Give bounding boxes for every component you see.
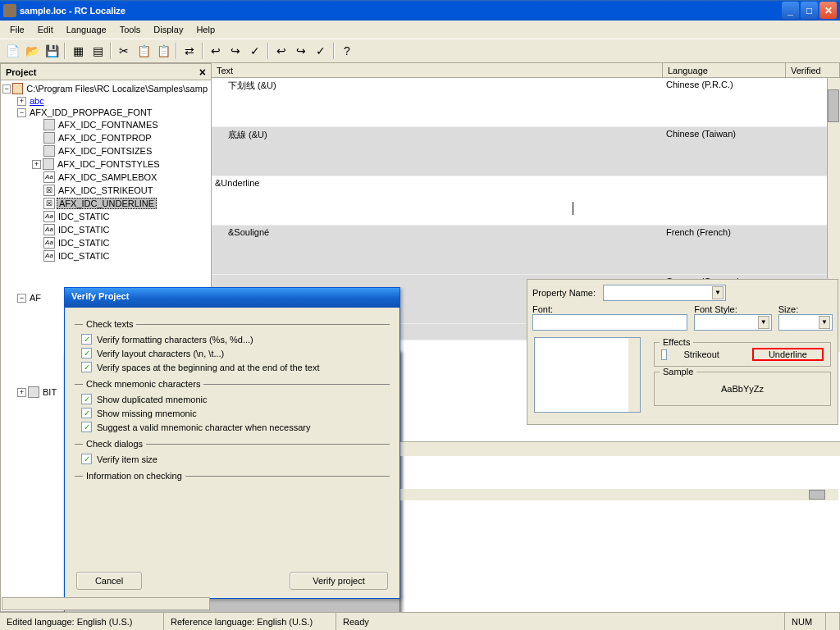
resource-icon[interactable]: ▦ [69, 42, 87, 60]
size-combo[interactable]: ▼ [778, 314, 833, 331]
checkbox-itemsize[interactable]: ✓ [81, 454, 92, 464]
tree-item[interactable]: IDC_STATIC [57, 251, 112, 261]
menu-language[interactable]: Language [60, 23, 113, 36]
label-formatting: Verify formatting characters (%s, %d...) [97, 335, 253, 345]
toolbar: 📄 📂 💾 ▦ ▤ ✂ 📋 📋 ⇄ ↩ ↪ ✓ ↩ ↪ ✓ ? [0, 39, 840, 63]
copy-icon[interactable]: 📋 [135, 42, 153, 60]
strikeout-label: Strikeout [683, 349, 719, 359]
scroll-thumb[interactable] [809, 490, 825, 500]
tree-item-selected[interactable]: AFX_IDC_UNDERLINE [57, 198, 157, 209]
tree-item[interactable]: AFX_IDC_STRIKEOUT [57, 185, 155, 195]
status-num: NUM [785, 613, 826, 630]
header-language[interactable]: Language [663, 63, 786, 77]
save-icon[interactable]: 💾 [43, 42, 61, 60]
nav-prev-icon[interactable]: ↩ [207, 42, 225, 60]
tree-proppage[interactable]: AFX_IDD_PROPPAGE_FONT [28, 107, 154, 117]
tree-abc[interactable]: abc [28, 96, 46, 106]
nav-prev2-icon[interactable]: ↩ [272, 42, 290, 60]
property-panel: Property Name: ▼ Font: Font Style: ▼ Siz… [527, 279, 838, 425]
status-grip [826, 613, 840, 630]
project-hscroll[interactable] [2, 597, 210, 610]
maximize-button[interactable]: □ [801, 2, 818, 19]
menu-tools[interactable]: Tools [113, 23, 148, 36]
checkbox-formatting[interactable]: ✓ [81, 334, 92, 345]
grid-row[interactable]: &SoulignéFrench (French) [212, 226, 840, 275]
header-text[interactable]: Text [212, 63, 663, 77]
property-name-label: Property Name: [532, 288, 598, 298]
dropdown-icon[interactable]: ▼ [819, 316, 830, 329]
tree-item[interactable]: IDC_STATIC [57, 225, 112, 235]
tree-item[interactable]: AF [28, 293, 43, 303]
nav-next2-icon[interactable]: ↪ [292, 42, 310, 60]
tree-toggle[interactable]: + [17, 97, 26, 106]
tree-item[interactable]: AFX_IDC_FONTSTYLES [56, 159, 162, 169]
underline-highlight[interactable]: Underline [752, 348, 824, 361]
checkbox-dup[interactable]: ✓ [81, 394, 92, 404]
checkbox-suggest[interactable]: ✓ [81, 422, 92, 432]
check2-icon[interactable]: ✓ [312, 42, 330, 60]
minimize-button[interactable]: _ [782, 2, 799, 19]
cell-lang: Chinese (Taiwan) [663, 127, 786, 176]
help-icon[interactable]: ? [338, 42, 356, 60]
cell-lang [663, 176, 786, 225]
header-verified[interactable]: Verified [786, 63, 840, 77]
text-icon: Aa [43, 171, 55, 183]
menu-help[interactable]: Help [189, 23, 221, 36]
strikeout-checkbox[interactable] [661, 349, 667, 360]
grid-header: Text Language Verified [212, 63, 840, 78]
app-icon [3, 4, 16, 17]
menu-edit[interactable]: Edit [31, 23, 60, 36]
new-icon[interactable]: 📄 [3, 42, 21, 60]
sample-legend: Sample [660, 367, 696, 377]
verify-button[interactable]: Verify project [290, 572, 388, 590]
tree-item[interactable]: AFX_IDC_FONTNAMES [57, 120, 160, 130]
cut-icon[interactable]: ✂ [115, 42, 133, 60]
memo-scrollbar[interactable] [628, 338, 640, 412]
open-icon[interactable]: 📂 [23, 42, 41, 60]
dropdown-icon[interactable]: ▼ [758, 316, 769, 329]
tree-item[interactable]: AFX_IDC_SAMPLEBOX [57, 172, 158, 182]
cell-text: &Souligné [212, 226, 663, 274]
grid-row-selected[interactable]: &Underline [212, 176, 840, 226]
fontstyle-label: Font Style: [694, 304, 772, 314]
checkbox-missing[interactable]: ✓ [81, 408, 92, 418]
tree-item[interactable]: AFX_IDC_FONTPROP [57, 133, 153, 143]
memo-area[interactable] [534, 337, 641, 413]
scroll-thumb[interactable] [828, 89, 839, 122]
dropdown-icon[interactable]: ▼ [712, 286, 724, 299]
folder-icon [12, 83, 23, 94]
transfer-icon[interactable]: ⇄ [180, 42, 199, 60]
grid-row[interactable]: 底線 (&U)Chinese (Taiwan) [212, 127, 840, 176]
tree-toggle[interactable]: − [2, 84, 11, 94]
tree-item[interactable]: BIT [41, 387, 58, 397]
tree-toggle[interactable]: + [17, 388, 26, 397]
font-combo[interactable] [532, 314, 687, 331]
tree-item[interactable]: AFX_IDC_FONTSIZES [57, 146, 153, 156]
export-icon[interactable]: ▤ [89, 42, 107, 60]
tree-toggle[interactable]: − [17, 294, 26, 303]
tree-toggle[interactable]: + [32, 160, 41, 169]
control-icon [43, 132, 55, 144]
menu-display[interactable]: Display [147, 23, 189, 36]
cell-text[interactable]: &Underline [212, 176, 663, 225]
sample-text: AaBbYyZz [661, 377, 824, 400]
menu-file[interactable]: File [3, 23, 31, 36]
fontstyle-combo[interactable]: ▼ [694, 314, 772, 331]
nav-next-icon[interactable]: ↪ [226, 42, 244, 60]
tree-toggle[interactable]: − [17, 108, 26, 117]
check-icon[interactable]: ✓ [246, 42, 264, 60]
paste-icon[interactable]: 📋 [154, 42, 172, 60]
status-ready: Ready [336, 613, 785, 630]
tree-item[interactable]: IDC_STATIC [57, 238, 112, 248]
dialog-title[interactable]: Verify Project [65, 288, 399, 308]
close-button[interactable]: ✕ [819, 2, 837, 19]
checkbox-spaces[interactable]: ✓ [81, 362, 92, 372]
property-name-combo[interactable]: ▼ [603, 285, 726, 301]
project-close-icon[interactable]: × [199, 66, 206, 78]
checkbox-layout[interactable]: ✓ [81, 348, 92, 358]
tree-item[interactable]: IDC_STATIC [57, 212, 112, 221]
grid-row[interactable]: 下划线 (&U)Chinese (P.R.C.) [212, 78, 840, 127]
tree-root[interactable]: C:\Program Files\RC Localize\Samples\sam… [25, 84, 209, 94]
titlebar[interactable]: sample.loc - RC Localize _ □ ✕ [0, 0, 840, 21]
cancel-button[interactable]: Cancel [76, 572, 142, 590]
